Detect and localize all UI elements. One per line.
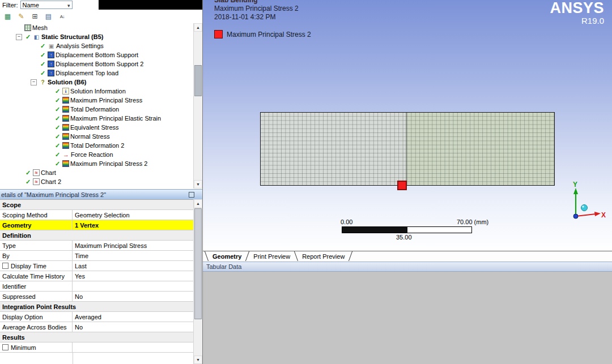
figures-icon[interactable]: ▤ bbox=[42, 11, 54, 23]
details-row[interactable]: Identifier bbox=[0, 281, 193, 292]
expander-spacer bbox=[45, 125, 52, 131]
details-row[interactable]: Geometry1 Vertex bbox=[0, 220, 193, 230]
tree-item[interactable]: Solution Information bbox=[0, 87, 193, 96]
tree-item[interactable]: Displacement Bottom Support bbox=[0, 50, 193, 59]
details-row-label: Display Time bbox=[11, 263, 46, 269]
z-axis-icon bbox=[573, 214, 578, 219]
details-row-label: Scoping Method bbox=[2, 212, 48, 219]
tree-item[interactable]: −Solution (B6) bbox=[0, 78, 193, 87]
sort-icon[interactable]: A↓ bbox=[56, 11, 68, 23]
tab-report-preview[interactable]: Report Preview bbox=[296, 251, 350, 261]
collapse-icon[interactable]: − bbox=[16, 34, 22, 40]
details-scrollbar[interactable]: ▲ ▼ bbox=[193, 199, 202, 364]
tree-item-label: Chart bbox=[41, 169, 56, 176]
details-row[interactable]: TypeMaximum Principal Stress bbox=[0, 241, 193, 251]
scale-bar bbox=[342, 226, 472, 233]
details-row-value: Geometry Selection bbox=[75, 212, 130, 219]
result-icon bbox=[62, 115, 69, 122]
annotation-date-line: 2018-11-01 4:32 PM bbox=[214, 13, 299, 22]
details-row[interactable]: Minimum bbox=[0, 342, 193, 353]
details-row[interactable]: Calculate Time HistoryYes bbox=[0, 271, 193, 281]
tab-geometry[interactable]: Geometry bbox=[207, 251, 247, 261]
result-legend: Maximum Principal Stress 2 bbox=[214, 30, 311, 38]
tree-item-label: Total Deformation bbox=[70, 106, 119, 113]
scrollbar-thumb[interactable] bbox=[194, 208, 202, 319]
tree-item[interactable]: Total Deformation bbox=[0, 105, 193, 114]
tabular-data-header[interactable]: Tabular Data bbox=[203, 262, 612, 272]
details-row-value: 1 Vertex bbox=[75, 222, 99, 229]
collapse-icon[interactable]: − bbox=[31, 79, 37, 85]
max-principal-stress-marker[interactable] bbox=[397, 181, 407, 190]
tree-item-label: Solution Information bbox=[70, 88, 126, 95]
details-row[interactable]: Display OptionAveraged bbox=[0, 312, 193, 322]
tree-item[interactable]: Equivalent Stress bbox=[0, 123, 193, 132]
check-icon bbox=[54, 133, 61, 140]
scrollbar-thumb[interactable] bbox=[194, 65, 202, 96]
details-row[interactable]: Average Across BodiesNo bbox=[0, 322, 193, 332]
expander-spacer bbox=[45, 134, 52, 140]
tree-scrollbar[interactable]: ▲ ▼ bbox=[193, 23, 202, 189]
settings-icon bbox=[48, 42, 55, 49]
tree-item[interactable]: Chart bbox=[0, 168, 193, 177]
tab-print-preview[interactable]: Print Preview bbox=[248, 251, 296, 261]
expand-all-icon[interactable]: ⊞ bbox=[29, 11, 41, 23]
details-row[interactable]: Scoping MethodGeometry Selection bbox=[0, 210, 193, 220]
tree-item[interactable]: Displacement Bottom Support 2 bbox=[0, 59, 193, 68]
expander-spacer bbox=[31, 52, 37, 58]
scroll-up-icon[interactable]: ▲ bbox=[194, 23, 202, 32]
pin-icon[interactable] bbox=[189, 192, 194, 198]
tabular-data-body bbox=[203, 272, 612, 364]
expander-spacer bbox=[45, 97, 52, 104]
tree-item[interactable]: Chart 2 bbox=[0, 177, 193, 186]
annotation-system-line: Slab Bending bbox=[214, 0, 299, 5]
tree-item[interactable]: Normal Stress bbox=[0, 132, 193, 141]
scroll-down-icon[interactable]: ▼ bbox=[194, 180, 202, 189]
expander-spacer bbox=[16, 25, 22, 31]
filter-label: Filter: bbox=[2, 2, 18, 8]
details-row[interactable]: ByTime bbox=[0, 251, 193, 261]
tree-item[interactable]: Maximum Principal Stress bbox=[0, 96, 193, 105]
tree-item-label: Static Structural (B5) bbox=[41, 33, 103, 40]
check-icon bbox=[39, 52, 46, 58]
section-label: Results bbox=[2, 334, 25, 341]
edit-icon[interactable]: ✎ bbox=[15, 11, 27, 23]
scroll-up-icon[interactable]: ▲ bbox=[194, 199, 202, 208]
result-icon bbox=[62, 133, 69, 140]
tree-item[interactable]: Displacement Top load bbox=[0, 68, 193, 78]
result-icon bbox=[62, 97, 69, 104]
details-row-value: Averaged bbox=[75, 314, 101, 320]
scroll-down-icon[interactable]: ▼ bbox=[194, 356, 202, 364]
check-icon bbox=[39, 70, 46, 76]
check-icon bbox=[54, 124, 61, 131]
tree-item[interactable]: Analysis Settings bbox=[0, 41, 193, 50]
check-icon bbox=[39, 61, 46, 67]
tree-item[interactable]: Maximum Principal Elastic Strain bbox=[0, 114, 193, 123]
brand-version: R19.0 bbox=[550, 16, 604, 25]
filter-dropdown[interactable]: Name bbox=[20, 1, 73, 9]
checkbox[interactable] bbox=[2, 344, 8, 350]
details-section-header: Definition bbox=[0, 230, 193, 241]
worksheet-icon[interactable]: ▦ bbox=[2, 11, 14, 23]
ansys-mechanical-window: Filter: Name ▦✎⊞▤A↓ Mesh−Static Structur… bbox=[0, 0, 612, 364]
tree-item[interactable]: −Static Structural (B5) bbox=[0, 32, 193, 41]
tree-item[interactable]: Total Deformation 2 bbox=[0, 141, 193, 150]
check-icon bbox=[24, 169, 32, 176]
check-icon bbox=[54, 106, 61, 113]
details-row-label: Identifier bbox=[2, 283, 26, 290]
expander-spacer bbox=[16, 179, 22, 185]
tree-item[interactable]: Mesh bbox=[0, 23, 193, 32]
geometry-viewport[interactable]: Slab Bending Maximum Principal Stress 2 … bbox=[203, 0, 612, 251]
details-row-value: Time bbox=[75, 252, 88, 259]
details-row[interactable]: Display TimeLast bbox=[0, 261, 193, 271]
coordinate-triad[interactable]: Y X bbox=[563, 180, 607, 225]
chart-icon bbox=[33, 169, 40, 176]
tabular-data-title: Tabular Data bbox=[206, 263, 241, 270]
check-icon bbox=[24, 33, 32, 40]
brand-name: ANSYS bbox=[550, 0, 604, 16]
tree-item[interactable]: Force Reaction bbox=[0, 150, 193, 159]
details-row[interactable]: SuppressedNo bbox=[0, 292, 193, 302]
details-section-header: Scope bbox=[0, 200, 193, 210]
expander-spacer bbox=[45, 161, 52, 167]
tree-item[interactable]: Maximum Principal Stress 2 bbox=[0, 159, 193, 168]
checkbox[interactable] bbox=[2, 263, 8, 269]
